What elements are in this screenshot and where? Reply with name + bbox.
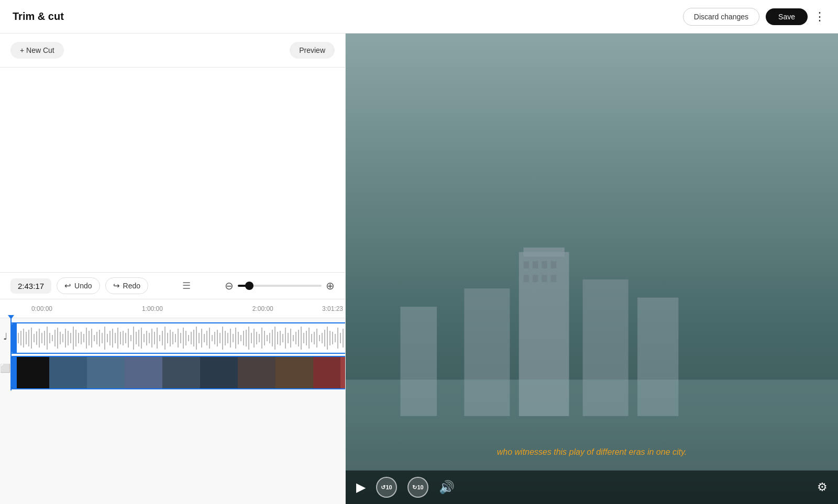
forward-icon: ↻10 bbox=[412, 484, 423, 491]
rewind-icon: ↺10 bbox=[381, 484, 392, 491]
svg-rect-42 bbox=[128, 329, 129, 348]
forward-10-button[interactable]: ↻10 bbox=[407, 477, 428, 498]
thumbnail-7 bbox=[275, 357, 313, 388]
svg-rect-102 bbox=[285, 328, 286, 349]
svg-rect-63 bbox=[183, 328, 184, 349]
svg-rect-100 bbox=[280, 331, 281, 345]
svg-rect-86 bbox=[243, 331, 244, 345]
svg-rect-247 bbox=[533, 275, 538, 282]
svg-rect-122 bbox=[337, 328, 338, 349]
redo-button[interactable]: ↪ Redo bbox=[105, 277, 148, 294]
svg-rect-31 bbox=[99, 330, 100, 346]
video-handle-left[interactable] bbox=[12, 357, 17, 388]
svg-rect-6 bbox=[34, 334, 35, 342]
svg-rect-72 bbox=[206, 331, 207, 345]
svg-rect-83 bbox=[235, 328, 236, 349]
video-preview: who witnesses this play of different era… bbox=[346, 33, 838, 504]
svg-rect-246 bbox=[523, 275, 528, 282]
svg-rect-23 bbox=[78, 333, 79, 343]
svg-rect-21 bbox=[73, 327, 74, 350]
svg-rect-55 bbox=[162, 331, 163, 345]
svg-rect-76 bbox=[217, 330, 218, 346]
tracks-container bbox=[10, 318, 345, 390]
svg-rect-109 bbox=[303, 333, 304, 343]
ruler-marker-1: 1:00:00 bbox=[142, 305, 163, 312]
thumbnail-1 bbox=[49, 357, 87, 388]
buildings-svg bbox=[346, 188, 838, 471]
time-ruler: 0:00:00 1:00:00 2:00:00 3:01:23 bbox=[0, 299, 345, 318]
zoom-in-button[interactable]: ⊕ bbox=[326, 279, 335, 292]
audio-track-icon[interactable]: ♩ bbox=[3, 331, 7, 342]
svg-rect-12 bbox=[49, 333, 50, 343]
svg-rect-87 bbox=[246, 330, 247, 346]
svg-rect-25 bbox=[83, 334, 84, 342]
svg-rect-47 bbox=[141, 328, 142, 349]
svg-rect-103 bbox=[288, 333, 289, 343]
svg-rect-93 bbox=[261, 328, 262, 349]
svg-rect-24 bbox=[81, 332, 82, 344]
svg-rect-114 bbox=[316, 329, 317, 348]
svg-rect-116 bbox=[322, 333, 323, 343]
svg-rect-57 bbox=[167, 333, 168, 343]
timeline-section: 0:00:00 1:00:00 2:00:00 3:01:23 ♩ ⬜ bbox=[0, 299, 345, 504]
svg-rect-7 bbox=[36, 331, 37, 345]
header-actions: Discard changes Save ⋮ bbox=[683, 8, 825, 26]
svg-rect-94 bbox=[264, 331, 265, 345]
svg-rect-90 bbox=[253, 329, 255, 348]
undo-icon: ↩ bbox=[64, 281, 71, 290]
svg-rect-29 bbox=[94, 335, 95, 341]
track-area: ♩ ⬜ bbox=[0, 318, 345, 390]
svg-rect-27 bbox=[89, 331, 90, 345]
settings-button[interactable]: ⚙ bbox=[817, 480, 828, 494]
svg-rect-60 bbox=[175, 334, 176, 342]
svg-rect-243 bbox=[533, 261, 538, 268]
svg-rect-80 bbox=[227, 333, 228, 343]
svg-rect-8 bbox=[39, 329, 40, 348]
svg-rect-95 bbox=[267, 335, 268, 341]
main-layout: + New Cut Preview 2:43:17 ↩ Undo ↪ Redo … bbox=[0, 33, 838, 504]
video-track-icon[interactable]: ⬜ bbox=[0, 363, 10, 373]
audio-track bbox=[10, 322, 345, 354]
svg-rect-106 bbox=[295, 332, 296, 344]
svg-rect-17 bbox=[62, 334, 63, 342]
svg-rect-104 bbox=[290, 329, 291, 348]
svg-rect-119 bbox=[329, 331, 330, 345]
preview-button[interactable]: Preview bbox=[290, 42, 335, 59]
svg-rect-65 bbox=[188, 335, 189, 341]
cuts-toolbar: + New Cut Preview bbox=[0, 33, 345, 68]
svg-rect-35 bbox=[109, 331, 111, 345]
svg-rect-85 bbox=[240, 335, 241, 341]
rewind-10-button[interactable]: ↺10 bbox=[376, 477, 397, 498]
svg-rect-74 bbox=[212, 335, 213, 341]
svg-rect-39 bbox=[120, 332, 121, 344]
svg-rect-15 bbox=[57, 328, 58, 349]
play-icon: ▶ bbox=[356, 480, 366, 494]
zoom-slider[interactable] bbox=[238, 285, 322, 287]
svg-rect-96 bbox=[269, 333, 270, 343]
svg-rect-245 bbox=[551, 261, 556, 268]
svg-rect-34 bbox=[107, 334, 108, 342]
new-cut-button[interactable]: + New Cut bbox=[10, 42, 64, 59]
svg-rect-45 bbox=[136, 332, 137, 344]
svg-rect-97 bbox=[272, 330, 273, 346]
svg-rect-64 bbox=[185, 331, 186, 345]
svg-rect-248 bbox=[542, 275, 547, 282]
more-options-button[interactable]: ⋮ bbox=[814, 10, 825, 24]
play-button[interactable]: ▶ bbox=[356, 480, 366, 495]
svg-rect-78 bbox=[222, 327, 223, 350]
undo-button[interactable]: ↩ Undo bbox=[57, 277, 100, 294]
save-button[interactable]: Save bbox=[766, 8, 808, 25]
zoom-out-button[interactable]: ⊖ bbox=[225, 279, 234, 292]
svg-rect-99 bbox=[277, 332, 278, 344]
svg-rect-37 bbox=[115, 333, 116, 343]
discard-changes-button[interactable]: Discard changes bbox=[683, 8, 759, 26]
volume-button[interactable]: 🔊 bbox=[439, 480, 455, 495]
svg-rect-2 bbox=[23, 329, 24, 348]
svg-rect-89 bbox=[251, 333, 252, 343]
zoom-controls: ⊖ ⊕ bbox=[225, 279, 335, 292]
svg-rect-107 bbox=[298, 330, 299, 346]
svg-rect-33 bbox=[104, 327, 105, 350]
svg-rect-1 bbox=[20, 331, 21, 345]
thumbnail-strip bbox=[12, 357, 345, 388]
audio-handle-left[interactable] bbox=[12, 323, 17, 353]
